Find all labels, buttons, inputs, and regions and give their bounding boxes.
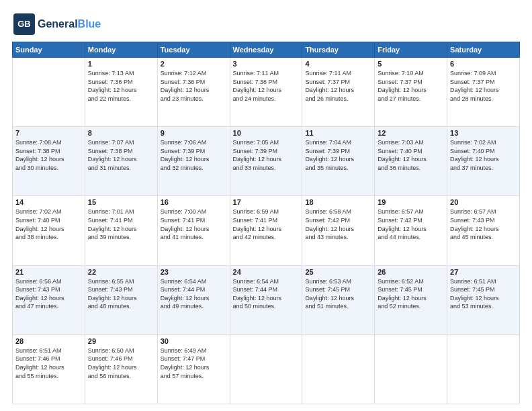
calendar-table: SundayMondayTuesdayWednesdayThursdayFrid…: [12, 42, 520, 404]
day-cell-24: 24 Sunrise: 6:54 AMSunset: 7:44 PMDaylig…: [230, 265, 302, 334]
day-info: Sunrise: 6:52 AMSunset: 7:45 PMDaylight:…: [378, 277, 444, 311]
day-info: Sunrise: 7:07 AMSunset: 7:38 PMDaylight:…: [88, 138, 154, 172]
day-info: Sunrise: 6:51 AMSunset: 7:45 PMDaylight:…: [450, 277, 517, 311]
day-cell-28: 28 Sunrise: 6:51 AMSunset: 7:46 PMDaylig…: [13, 334, 85, 404]
day-info: Sunrise: 7:08 AMSunset: 7:38 PMDaylight:…: [15, 138, 82, 172]
day-number: 2: [161, 60, 227, 68]
day-number: 6: [450, 60, 517, 68]
day-cell-22: 22 Sunrise: 6:55 AMSunset: 7:43 PMDaylig…: [85, 265, 157, 334]
day-info: Sunrise: 6:58 AMSunset: 7:42 PMDaylight:…: [305, 208, 371, 241]
day-number: 24: [233, 268, 300, 276]
day-info: Sunrise: 6:54 AMSunset: 7:44 PMDaylight:…: [161, 277, 227, 311]
day-cell-20: 20 Sunrise: 6:57 AMSunset: 7:43 PMDaylig…: [447, 196, 520, 265]
day-cell-14: 14 Sunrise: 7:02 AMSunset: 7:40 PMDaylig…: [13, 196, 85, 265]
weekday-header-tuesday: Tuesday: [157, 42, 230, 58]
day-cell-19: 19 Sunrise: 6:57 AMSunset: 7:42 PMDaylig…: [375, 196, 447, 265]
weekday-header-saturday: Saturday: [447, 42, 520, 58]
day-cell-6: 6 Sunrise: 7:09 AMSunset: 7:37 PMDayligh…: [447, 58, 520, 127]
day-number: 30: [161, 337, 227, 345]
day-number: 4: [305, 60, 371, 68]
weekday-header-monday: Monday: [85, 42, 157, 58]
day-info: Sunrise: 6:49 AMSunset: 7:47 PMDaylight:…: [161, 347, 227, 380]
week-row-3: 14 Sunrise: 7:02 AMSunset: 7:40 PMDaylig…: [13, 196, 520, 265]
day-info: Sunrise: 7:12 AMSunset: 7:36 PMDaylight:…: [161, 69, 227, 103]
day-info: Sunrise: 7:10 AMSunset: 7:37 PMDaylight:…: [378, 69, 444, 103]
day-info: Sunrise: 7:02 AMSunset: 7:40 PMDaylight:…: [450, 138, 517, 172]
day-info: Sunrise: 6:55 AMSunset: 7:43 PMDaylight:…: [88, 277, 154, 311]
day-number: 27: [450, 268, 517, 276]
day-info: Sunrise: 7:11 AMSunset: 7:37 PMDaylight:…: [305, 69, 371, 103]
day-info: Sunrise: 7:04 AMSunset: 7:39 PMDaylight:…: [305, 138, 371, 172]
day-cell-5: 5 Sunrise: 7:10 AMSunset: 7:37 PMDayligh…: [375, 58, 447, 127]
day-cell-4: 4 Sunrise: 7:11 AMSunset: 7:37 PMDayligh…: [302, 58, 375, 127]
weekday-header-thursday: Thursday: [302, 42, 375, 58]
day-info: Sunrise: 7:01 AMSunset: 7:41 PMDaylight:…: [88, 208, 154, 241]
week-row-4: 21 Sunrise: 6:56 AMSunset: 7:43 PMDaylig…: [13, 265, 520, 334]
empty-cell: [230, 334, 302, 404]
day-number: 22: [88, 268, 154, 276]
day-info: Sunrise: 7:11 AMSunset: 7:36 PMDaylight:…: [233, 69, 300, 103]
day-number: 25: [305, 268, 371, 276]
day-number: 13: [450, 129, 517, 137]
day-number: 29: [88, 337, 154, 345]
day-cell-17: 17 Sunrise: 6:59 AMSunset: 7:41 PMDaylig…: [230, 196, 302, 265]
day-cell-10: 10 Sunrise: 7:05 AMSunset: 7:39 PMDaylig…: [230, 127, 302, 196]
day-number: 18: [305, 198, 371, 206]
day-info: Sunrise: 6:51 AMSunset: 7:46 PMDaylight:…: [15, 347, 82, 380]
empty-cell: [447, 334, 520, 404]
logo: GB GeneralBlue: [12, 12, 101, 36]
day-number: 3: [233, 60, 300, 68]
day-info: Sunrise: 7:09 AMSunset: 7:37 PMDaylight:…: [450, 69, 517, 103]
day-cell-9: 9 Sunrise: 7:06 AMSunset: 7:39 PMDayligh…: [157, 127, 230, 196]
week-row-2: 7 Sunrise: 7:08 AMSunset: 7:38 PMDayligh…: [13, 127, 520, 196]
day-cell-12: 12 Sunrise: 7:03 AMSunset: 7:40 PMDaylig…: [375, 127, 447, 196]
weekday-header-row: SundayMondayTuesdayWednesdayThursdayFrid…: [13, 42, 520, 58]
day-number: 10: [233, 129, 300, 137]
weekday-header-wednesday: Wednesday: [230, 42, 302, 58]
day-number: 5: [378, 60, 444, 68]
day-cell-1: 1 Sunrise: 7:13 AMSunset: 7:36 PMDayligh…: [85, 58, 157, 127]
day-number: 9: [161, 129, 227, 137]
logo-icon: GB: [12, 12, 36, 36]
day-cell-27: 27 Sunrise: 6:51 AMSunset: 7:45 PMDaylig…: [447, 265, 520, 334]
day-info: Sunrise: 6:57 AMSunset: 7:42 PMDaylight:…: [378, 208, 444, 241]
day-number: 23: [161, 268, 227, 276]
day-number: 28: [15, 337, 82, 345]
day-info: Sunrise: 6:54 AMSunset: 7:44 PMDaylight:…: [233, 277, 300, 311]
day-info: Sunrise: 6:53 AMSunset: 7:45 PMDaylight:…: [305, 277, 371, 311]
day-number: 12: [378, 129, 444, 137]
day-cell-2: 2 Sunrise: 7:12 AMSunset: 7:36 PMDayligh…: [157, 58, 230, 127]
day-info: Sunrise: 7:05 AMSunset: 7:39 PMDaylight:…: [233, 138, 300, 172]
day-number: 7: [15, 129, 82, 137]
empty-cell: [13, 58, 85, 127]
day-number: 19: [378, 198, 444, 206]
day-cell-21: 21 Sunrise: 6:56 AMSunset: 7:43 PMDaylig…: [13, 265, 85, 334]
day-cell-3: 3 Sunrise: 7:11 AMSunset: 7:36 PMDayligh…: [230, 58, 302, 127]
day-number: 20: [450, 198, 517, 206]
day-info: Sunrise: 7:06 AMSunset: 7:39 PMDaylight:…: [161, 138, 227, 172]
day-info: Sunrise: 6:59 AMSunset: 7:41 PMDaylight:…: [233, 208, 300, 241]
day-cell-30: 30 Sunrise: 6:49 AMSunset: 7:47 PMDaylig…: [157, 334, 230, 404]
day-cell-7: 7 Sunrise: 7:08 AMSunset: 7:38 PMDayligh…: [13, 127, 85, 196]
day-cell-18: 18 Sunrise: 6:58 AMSunset: 7:42 PMDaylig…: [302, 196, 375, 265]
empty-cell: [302, 334, 375, 404]
day-number: 26: [378, 268, 444, 276]
day-number: 21: [15, 268, 82, 276]
day-cell-23: 23 Sunrise: 6:54 AMSunset: 7:44 PMDaylig…: [157, 265, 230, 334]
day-cell-25: 25 Sunrise: 6:53 AMSunset: 7:45 PMDaylig…: [302, 265, 375, 334]
page: GB GeneralBlue SundayMondayTuesdayWednes…: [0, 0, 532, 411]
week-row-5: 28 Sunrise: 6:51 AMSunset: 7:46 PMDaylig…: [13, 334, 520, 404]
day-number: 16: [161, 198, 227, 206]
week-row-1: 1 Sunrise: 7:13 AMSunset: 7:36 PMDayligh…: [13, 58, 520, 127]
day-number: 14: [15, 198, 82, 206]
svg-text:GB: GB: [17, 19, 31, 29]
day-cell-13: 13 Sunrise: 7:02 AMSunset: 7:40 PMDaylig…: [447, 127, 520, 196]
day-number: 8: [88, 129, 154, 137]
day-info: Sunrise: 7:00 AMSunset: 7:41 PMDaylight:…: [161, 208, 227, 241]
day-number: 1: [88, 60, 154, 68]
day-info: Sunrise: 6:50 AMSunset: 7:46 PMDaylight:…: [88, 347, 154, 380]
day-cell-15: 15 Sunrise: 7:01 AMSunset: 7:41 PMDaylig…: [85, 196, 157, 265]
day-cell-11: 11 Sunrise: 7:04 AMSunset: 7:39 PMDaylig…: [302, 127, 375, 196]
day-number: 11: [305, 129, 371, 137]
day-info: Sunrise: 6:57 AMSunset: 7:43 PMDaylight:…: [450, 208, 517, 241]
